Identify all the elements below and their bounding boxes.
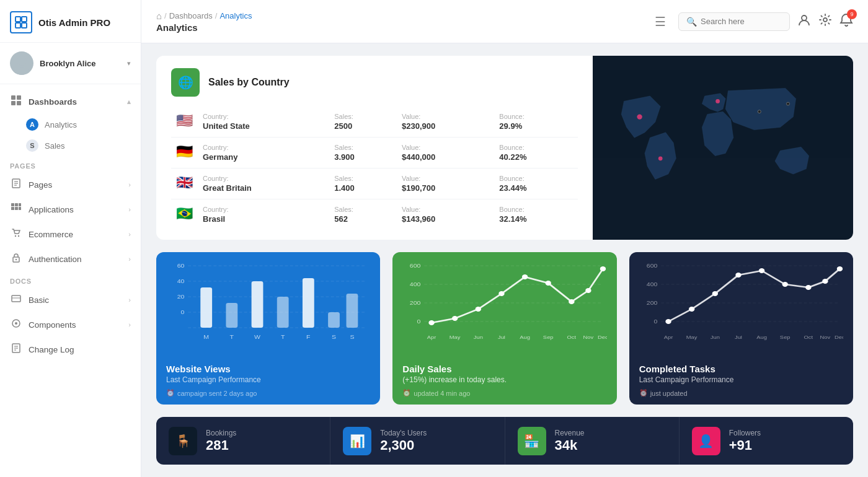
nav-subitem-analytics[interactable]: A Analytics: [0, 114, 141, 135]
search-input[interactable]: [701, 17, 775, 26]
topbar: ⌂ / Dashboards / Analytics Analytics ☰ 🔍: [141, 0, 868, 43]
country-flag-cell: 🇧🇷: [171, 199, 198, 230]
stat-text-3: Followers +91: [729, 429, 761, 453]
svg-point-100: [735, 273, 741, 278]
authentication-icon: [10, 253, 22, 265]
svg-text:400: 400: [646, 281, 657, 287]
nav-label-authentication: Authentication: [29, 255, 82, 264]
svg-point-33: [823, 18, 827, 22]
svg-rect-53: [303, 278, 314, 328]
menu-toggle-icon[interactable]: ☰: [655, 14, 666, 29]
svg-text:600: 600: [410, 263, 421, 269]
bounce-cell: Bounce: 40.22%: [494, 138, 578, 168]
sales-table-section: 🌐 Sales by Country 🇺🇸 Country: United St…: [156, 56, 593, 240]
svg-text:T: T: [281, 334, 285, 340]
svg-rect-2: [16, 23, 20, 28]
website-views-info: Website Views Last Campaign Performance …: [156, 355, 380, 405]
website-views-card: 60 40 20 0 M T: [156, 252, 380, 405]
nav-item-authentication[interactable]: Authentication ›: [0, 247, 141, 271]
svg-point-105: [836, 266, 842, 271]
svg-text:Jul: Jul: [735, 335, 742, 340]
docs-section-label: DOCS: [0, 271, 141, 287]
user-profile[interactable]: Brooklyn Alice ▾: [0, 43, 141, 84]
breadcrumb-dashboards: Dashboards: [169, 11, 213, 20]
breadcrumb-sep2: /: [215, 11, 218, 20]
logo-icon: [10, 11, 32, 33]
pages-chevron-icon: ›: [128, 181, 131, 188]
svg-text:20: 20: [177, 294, 185, 300]
daily-sales-footer: ⏰ updated 4 min ago: [402, 389, 606, 397]
line-chart-dark-svg: 600 400 200 0 Apr: [639, 260, 843, 352]
world-map-svg: [593, 61, 853, 235]
authentication-chevron-icon: ›: [128, 255, 131, 263]
nav-menu: Dashboards ▴ A Analytics S Sales PAGES P…: [0, 84, 141, 477]
settings-topbar-icon[interactable]: [818, 13, 832, 30]
svg-rect-54: [328, 312, 340, 328]
svg-rect-17: [11, 207, 14, 210]
svg-point-75: [522, 274, 528, 279]
svg-point-23: [16, 259, 17, 260]
svg-point-98: [689, 307, 694, 312]
svg-text:W: W: [254, 334, 261, 340]
nav-subitem-sales[interactable]: S Sales: [0, 135, 141, 156]
sales-cell: Sales: 562: [329, 199, 397, 230]
line-chart-green-svg: 600 400 200 0: [402, 260, 606, 352]
nav-label-components: Components: [29, 320, 76, 330]
applications-chevron-icon: ›: [128, 206, 131, 213]
user-topbar-icon[interactable]: [797, 13, 811, 30]
svg-point-103: [805, 285, 811, 290]
svg-text:T: T: [230, 334, 234, 340]
svg-text:Jul: Jul: [498, 335, 505, 340]
avatar: [10, 51, 33, 75]
svg-point-78: [586, 288, 591, 293]
svg-rect-55: [347, 294, 358, 328]
svg-point-21: [18, 235, 19, 237]
svg-text:Oct: Oct: [567, 335, 577, 340]
breadcrumb-analytics: Analytics: [219, 11, 252, 20]
completed-tasks-info: Completed Tasks Last Campaign Performanc…: [629, 355, 853, 405]
sidebar: Otis Admin PRO Brooklyn Alice ▾ Dashboar…: [0, 0, 141, 477]
value-cell: Value: $230,900: [397, 107, 494, 138]
world-map-section: [593, 56, 853, 240]
website-views-chart: 60 40 20 0 M T: [156, 252, 380, 355]
components-chevron-icon: ›: [128, 321, 131, 328]
nav-item-applications[interactable]: Applications ›: [0, 197, 141, 222]
svg-text:Sep: Sep: [543, 335, 554, 340]
svg-text:400: 400: [410, 281, 421, 287]
svg-point-104: [822, 279, 828, 284]
svg-point-102: [782, 282, 787, 287]
notification-badge: 9: [847, 9, 857, 19]
completed-tasks-title: Completed Tasks: [639, 364, 843, 374]
breadcrumb: ⌂ / Dashboards / Analytics: [156, 11, 647, 21]
nav-item-components[interactable]: Components ›: [0, 312, 141, 337]
svg-text:40: 40: [177, 278, 185, 284]
stat-icon-0: 🪑: [169, 427, 197, 455]
svg-text:200: 200: [410, 300, 421, 306]
svg-point-79: [600, 266, 606, 271]
nav-item-ecommerce[interactable]: Ecommerce ›: [0, 222, 141, 247]
country-cell: Country: Germany: [198, 138, 329, 168]
nav-item-changelog[interactable]: Change Log: [0, 337, 141, 362]
daily-sales-card: 600 400 200 0: [392, 252, 616, 405]
table-row: 🇩🇪 Country: Germany Sales: 3.900 Value: …: [171, 138, 578, 168]
svg-text:200: 200: [646, 300, 657, 306]
svg-point-97: [665, 319, 671, 324]
bounce-cell: Bounce: 32.14%: [494, 199, 578, 230]
nav-item-pages[interactable]: Pages ›: [0, 172, 141, 197]
search-box[interactable]: 🔍: [678, 12, 790, 31]
bar-chart-svg: 60 40 20 0 M T: [166, 260, 370, 352]
nav-item-dashboards[interactable]: Dashboards ▴: [0, 89, 141, 114]
svg-rect-50: [226, 303, 237, 328]
website-views-subtitle: Last Campaign Performance: [166, 375, 370, 384]
nav-label-sales: Sales: [45, 141, 65, 151]
notifications-icon[interactable]: 9: [839, 13, 853, 30]
stat-item: 📊 Today's Users 2,300: [330, 417, 505, 465]
nav-item-basic[interactable]: Basic ›: [0, 287, 141, 312]
country-flag-cell: 🇩🇪: [171, 138, 198, 168]
topbar-title-block: ⌂ / Dashboards / Analytics Analytics: [156, 11, 647, 33]
bounce-cell: Bounce: 23.44%: [494, 168, 578, 199]
search-icon: 🔍: [686, 17, 697, 27]
svg-point-73: [476, 307, 481, 312]
svg-text:0: 0: [181, 309, 185, 315]
page-title: Analytics: [156, 22, 647, 33]
